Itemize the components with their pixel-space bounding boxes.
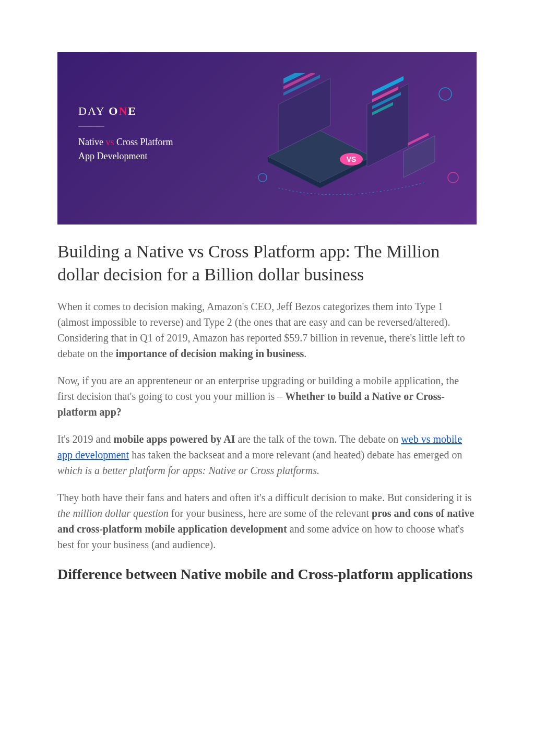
banner-text-block: DAY ONE Native vs Cross Platform App Dev… [78, 104, 173, 163]
logo-accent: N [118, 104, 128, 117]
logo-text-3: E [128, 104, 137, 117]
paragraph-4: They both have their fans and haters and… [57, 490, 477, 552]
banner-illustration: VS [247, 73, 466, 209]
svg-text:VS: VS [347, 155, 357, 163]
p3-text3: has taken the backseat and a more releva… [129, 449, 462, 460]
subtitle-part1: Native [78, 137, 105, 147]
article-title: Building a Native vs Cross Platform app:… [57, 240, 477, 286]
p3-text1: It's 2019 and [57, 433, 113, 445]
logo-text-2: O [109, 104, 118, 117]
banner-divider [78, 126, 104, 127]
p3-italic: which is a better platform for apps: Nat… [57, 465, 319, 476]
logo-text-1: DAY [78, 104, 109, 117]
p1-bold: importance of decision making in busines… [116, 348, 304, 359]
paragraph-1: When it comes to decision making, Amazon… [57, 299, 477, 361]
hero-banner: DAY ONE Native vs Cross Platform App Dev… [57, 52, 477, 225]
banner-logo: DAY ONE [78, 104, 173, 118]
paragraph-2: Now, if you are an apprenteneur or an en… [57, 373, 477, 420]
p4-text2: for your business, here are some of the … [169, 507, 372, 519]
p3-text2: are the talk of the town. The debate on [235, 433, 401, 445]
section-heading: Difference between Native mobile and Cro… [57, 565, 477, 584]
p3-bold1: mobile apps powered by AI [113, 433, 235, 445]
subtitle-part2: Cross Platform [114, 137, 173, 147]
svg-marker-7 [367, 84, 409, 167]
banner-subtitle: Native vs Cross Platform App Development [78, 135, 173, 163]
p4-italic: the million dollar question [57, 507, 169, 519]
p1-text2: . [304, 348, 306, 359]
svg-point-17 [448, 172, 458, 183]
p4-text1: They both have their fans and haters and… [57, 492, 472, 503]
subtitle-line2: App Development [78, 151, 147, 161]
subtitle-vs: vs [105, 137, 114, 147]
svg-point-18 [258, 173, 267, 182]
paragraph-3: It's 2019 and mobile apps powered by AI … [57, 431, 477, 478]
svg-point-16 [439, 88, 452, 100]
